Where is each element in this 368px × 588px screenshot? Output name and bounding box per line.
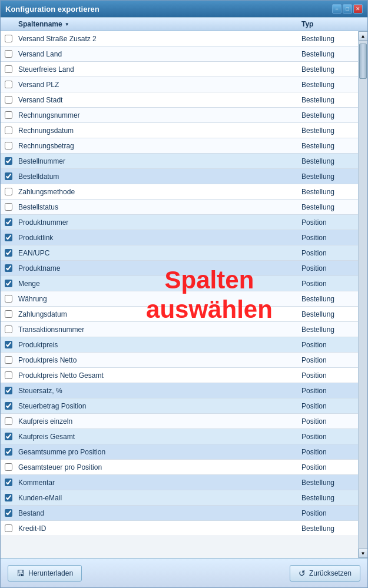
row-checkbox-cell — [1, 310, 16, 318]
row-checkbox-cell — [1, 35, 16, 42]
row-checkbox[interactable] — [5, 142, 12, 150]
scrollbar[interactable]: ▲ ▼ — [358, 31, 367, 558]
row-checkbox-cell — [1, 157, 16, 165]
row-name: Bestellnummer — [16, 157, 299, 165]
reset-label: Zurücksetzen — [309, 569, 352, 577]
maximize-button[interactable]: □ — [343, 4, 352, 14]
row-checkbox-cell — [1, 371, 16, 379]
table-row: Produktpreis NettoPosition — [1, 353, 358, 368]
header-scroll-spacer — [358, 20, 367, 28]
row-name: Bestelldatum — [16, 172, 299, 181]
row-checkbox-cell — [1, 142, 16, 150]
row-type: Bestellung — [299, 172, 358, 181]
row-checkbox[interactable] — [5, 448, 12, 456]
row-checkbox[interactable] — [5, 249, 12, 257]
col-name-label: Spaltenname — [18, 20, 62, 28]
row-name: Steuerfreies Land — [16, 65, 299, 74]
scroll-thumb[interactable] — [359, 44, 367, 79]
row-type: Position — [299, 371, 358, 380]
row-checkbox[interactable] — [5, 310, 12, 318]
row-type: Bestellung — [299, 524, 358, 533]
header-name-col[interactable]: Spaltenname ▼ — [16, 20, 299, 28]
row-checkbox[interactable] — [5, 280, 12, 287]
row-name: Produktlink — [16, 234, 299, 242]
row-name: EAN/UPC — [16, 249, 299, 257]
scroll-up-button[interactable]: ▲ — [359, 31, 368, 41]
row-checkbox[interactable] — [5, 479, 12, 486]
row-type: Position — [299, 387, 358, 395]
reset-icon: ↺ — [299, 569, 306, 578]
row-type: Bestellung — [299, 127, 358, 135]
table-row: Steuersatz, %Position — [1, 383, 358, 398]
row-checkbox[interactable] — [5, 172, 12, 180]
row-checkbox-cell — [1, 402, 16, 410]
row-checkbox-cell — [1, 218, 16, 226]
row-type: Bestellung — [299, 188, 358, 196]
scroll-track[interactable] — [359, 41, 368, 549]
row-checkbox[interactable] — [5, 417, 12, 425]
row-checkbox[interactable] — [5, 218, 12, 226]
table-row: Steuerbetrag PositionPosition — [1, 398, 358, 414]
main-window: Konfiguration exportieren − □ ✕ Spaltenn… — [0, 0, 368, 588]
download-button[interactable]: 🖫 Herunterladen — [8, 565, 82, 582]
row-checkbox[interactable] — [5, 35, 12, 42]
row-name: Versand Land — [16, 50, 299, 58]
table-row: Steuerfreies LandBestellung — [1, 62, 358, 77]
row-checkbox[interactable] — [5, 402, 12, 410]
row-checkbox[interactable] — [5, 81, 12, 88]
row-checkbox[interactable] — [5, 111, 12, 119]
row-name: Gesamtsumme pro Position — [16, 448, 299, 456]
row-checkbox[interactable] — [5, 494, 12, 501]
row-name: Zahlungsdatum — [16, 310, 299, 318]
row-type: Bestellung — [299, 50, 358, 58]
row-checkbox-cell — [1, 188, 16, 195]
row-checkbox-cell — [1, 295, 16, 303]
row-checkbox[interactable] — [5, 203, 12, 211]
row-type: Position — [299, 264, 358, 273]
row-type: Bestellung — [299, 65, 358, 74]
download-icon: 🖫 — [16, 569, 25, 578]
row-checkbox[interactable] — [5, 371, 12, 379]
minimize-button[interactable]: − — [332, 4, 342, 14]
row-checkbox-cell — [1, 433, 16, 440]
row-checkbox[interactable] — [5, 524, 12, 532]
row-checkbox[interactable] — [5, 356, 12, 364]
row-name: Transaktionsnummer — [16, 325, 299, 334]
row-type: Bestellung — [299, 203, 358, 211]
table-row: Versand StadtBestellung — [1, 92, 358, 108]
row-checkbox-cell — [1, 280, 16, 287]
table-row: Kaufpreis GesamtPosition — [1, 429, 358, 444]
close-button[interactable]: ✕ — [353, 4, 363, 14]
row-type: Bestellung — [299, 310, 358, 318]
row-checkbox[interactable] — [5, 509, 12, 517]
row-type: Position — [299, 341, 358, 349]
row-checkbox[interactable] — [5, 65, 12, 73]
row-checkbox[interactable] — [5, 463, 12, 471]
row-checkbox[interactable] — [5, 96, 12, 104]
row-checkbox[interactable] — [5, 50, 12, 58]
row-checkbox[interactable] — [5, 433, 12, 440]
row-checkbox-cell — [1, 448, 16, 456]
row-type: Position — [299, 280, 358, 288]
row-name: Kaufpreis einzeln — [16, 417, 299, 426]
row-checkbox[interactable] — [5, 341, 12, 348]
row-checkbox[interactable] — [5, 295, 12, 303]
row-type: Position — [299, 218, 358, 227]
row-name: Steuerbetrag Position — [16, 402, 299, 410]
reset-button[interactable]: ↺ Zurücksetzen — [290, 565, 360, 582]
row-name: Produktpreis — [16, 341, 299, 349]
row-checkbox[interactable] — [5, 325, 12, 333]
col-name-dropdown-icon[interactable]: ▼ — [65, 22, 69, 27]
row-checkbox[interactable] — [5, 188, 12, 195]
row-checkbox[interactable] — [5, 264, 12, 272]
row-checkbox[interactable] — [5, 127, 12, 134]
row-checkbox[interactable] — [5, 157, 12, 165]
row-checkbox[interactable] — [5, 387, 12, 394]
footer: 🖫 Herunterladen ↺ Zurücksetzen — [1, 558, 367, 587]
row-type: Bestellung — [299, 479, 358, 487]
scroll-down-button[interactable]: ▼ — [359, 549, 368, 558]
row-checkbox-cell — [1, 524, 16, 532]
row-checkbox[interactable] — [5, 234, 12, 241]
row-type: Bestellung — [299, 35, 358, 43]
col-type-label: Typ — [301, 20, 313, 28]
